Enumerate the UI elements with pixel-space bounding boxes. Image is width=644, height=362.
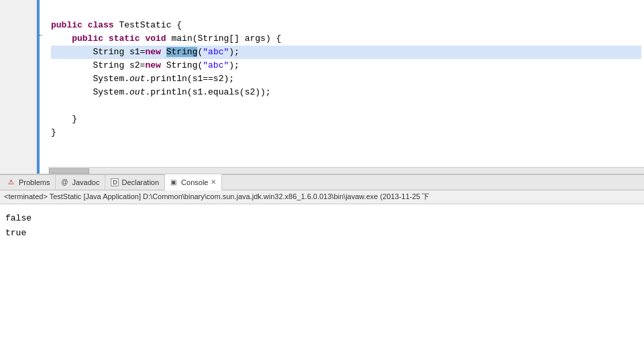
- scrollbar-thumb[interactable]: [49, 168, 89, 174]
- tab-problems[interactable]: ⚠ Problems: [3, 174, 56, 190]
- line-numbers: [0, 0, 37, 174]
- tab-declaration[interactable]: D Declaration: [105, 174, 165, 190]
- output-line-1: false: [5, 211, 639, 226]
- code-line: [51, 99, 641, 113]
- code-line: }: [51, 126, 641, 139]
- code-line: public class TestStatic {: [51, 19, 641, 32]
- code-line: System.out.println(s1==s2);: [51, 72, 641, 86]
- output-line-2: true: [5, 226, 639, 241]
- left-accent-bar: [37, 0, 40, 174]
- tabs-bar: ⚠ Problems @ Javadoc D Declaration ▣ Con…: [0, 174, 644, 190]
- tab-console[interactable]: ▣ Console ✕: [165, 174, 222, 190]
- problems-icon: ⚠: [8, 178, 16, 186]
- console-close-icon[interactable]: ✕: [211, 178, 216, 186]
- code-line: public static void main(String[] args) {: [51, 32, 641, 46]
- tab-javadoc[interactable]: @ Javadoc: [56, 174, 105, 190]
- bottom-panel: ⚠ Problems @ Javadoc D Declaration ▣ Con…: [0, 174, 644, 362]
- javadoc-icon: @: [61, 178, 69, 186]
- tab-console-label: Console: [181, 178, 208, 186]
- code-line: }: [51, 113, 641, 126]
- editor-scrollbar[interactable]: [48, 167, 644, 174]
- tab-declaration-label: Declaration: [121, 178, 159, 186]
- collapse-icon[interactable]: −: [38, 32, 46, 40]
- code-line: String s2=new String("abc");: [51, 59, 641, 72]
- code-line: [51, 5, 641, 19]
- code-display: public class TestStatic { public static …: [48, 0, 644, 145]
- code-editor[interactable]: − public class TestStatic { public stati…: [0, 0, 644, 174]
- declaration-icon: D: [111, 178, 119, 186]
- console-output: false true: [5, 207, 639, 241]
- tab-javadoc-label: Javadoc: [72, 178, 99, 186]
- tab-problems-label: Problems: [19, 178, 50, 186]
- console-icon: ▣: [170, 178, 178, 186]
- code-line: System.out.println(s1.equals(s2));: [51, 86, 641, 99]
- console-output-area: false true: [0, 204, 644, 362]
- console-header: <terminated> TestStatic [Java Applicatio…: [0, 190, 644, 204]
- code-line-highlighted: String s1=new String("abc");: [51, 46, 641, 59]
- console-header-text: <terminated> TestStatic [Java Applicatio…: [4, 192, 429, 200]
